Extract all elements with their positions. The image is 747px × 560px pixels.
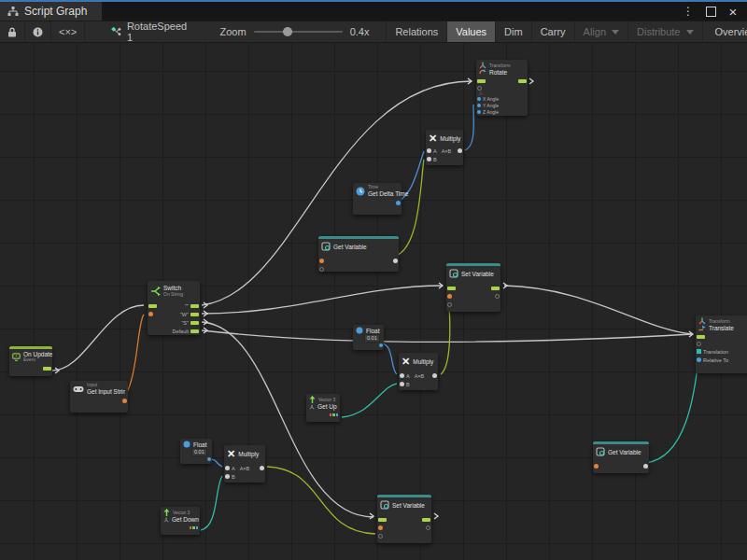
zoom-value: 0.4x — [350, 26, 370, 37]
carry-button[interactable]: Carry — [532, 21, 575, 42]
window-maximize-icon[interactable] — [704, 5, 717, 18]
window-menu-icon[interactable]: ⋮ — [682, 5, 695, 18]
graph-canvas[interactable]: On Update Event Input Get Input String — [0, 41, 747, 560]
tab-bar: Script Graph ⋮ × — [0, 0, 747, 21]
node-multiply-mid[interactable]: ✕ Multiply A A×B B — [399, 353, 438, 390]
tab-script-graph[interactable]: Script Graph — [0, 2, 102, 21]
node-get-input-string[interactable]: Input Get Input String — [70, 381, 128, 413]
port-name-input[interactable] — [319, 259, 324, 263]
breadcrumb-graph-name: RotateSpeed 1 — [127, 21, 189, 43]
port-value-output[interactable] — [495, 294, 500, 299]
port-seconds-output[interactable] — [396, 201, 401, 205]
port-relative-to-input[interactable] — [697, 357, 701, 362]
port-vector3-output[interactable] — [330, 413, 339, 416]
zoom-slider-handle[interactable] — [283, 27, 292, 36]
port-label-z-angle: Z Angle — [483, 109, 499, 115]
graph-breadcrumb[interactable]: RotateSpeed 1 — [102, 21, 197, 42]
port-x-angle-input[interactable] — [477, 97, 481, 101]
wire-onupdate-to-switch — [52, 305, 144, 371]
port-value-output[interactable] — [426, 525, 430, 530]
port-default-output[interactable] — [190, 329, 199, 333]
port-y-angle-input[interactable] — [477, 104, 481, 107]
node-get-variable-bottom[interactable]: Get Variable — [593, 441, 649, 473]
node-title: Float — [193, 441, 206, 448]
info-button[interactable] — [25, 21, 51, 42]
port-name-input[interactable] — [594, 464, 599, 469]
node-switch-on-string[interactable]: Switch On String "" "W" "S" Default — [148, 281, 200, 335]
port-target-input[interactable] — [697, 342, 701, 346]
relations-button[interactable]: Relations — [386, 21, 447, 42]
node-title: Set Variable — [461, 271, 494, 277]
zoom-slider[interactable] — [254, 31, 343, 33]
node-title: Rotate — [489, 69, 507, 76]
port-a-input[interactable] — [427, 148, 431, 153]
port-result-output[interactable] — [458, 148, 462, 153]
port-z-angle-input[interactable] — [477, 110, 481, 114]
node-rotate[interactable]: Transform Rotate X Angle — [476, 60, 528, 116]
align-dropdown[interactable]: Align — [575, 21, 628, 42]
port-translation-input[interactable] — [697, 349, 701, 354]
port-b-input[interactable] — [400, 382, 404, 386]
wire-getup-to-multiply-mid — [342, 384, 397, 417]
port-label-a: A — [232, 466, 235, 471]
node-get-up[interactable]: Vector 3 Get Up — [306, 394, 340, 422]
port-vector3-output[interactable] — [190, 526, 199, 529]
port-fallback-input[interactable] — [319, 267, 324, 272]
port-case-output[interactable] — [190, 321, 199, 325]
window-close-icon[interactable]: × — [726, 5, 740, 18]
port-control-output[interactable] — [43, 367, 51, 371]
node-title: Multiply — [440, 135, 460, 142]
port-case-output[interactable] — [190, 313, 199, 316]
port-a-input[interactable] — [225, 466, 230, 470]
port-selector-input[interactable] — [148, 312, 153, 316]
port-control-output[interactable] — [518, 79, 527, 83]
code-view-button[interactable]: <×> — [51, 21, 85, 42]
port-value-output[interactable] — [379, 343, 383, 347]
node-get-delta-time[interactable]: Time Get Delta Time — [353, 183, 402, 215]
port-control-input[interactable] — [477, 79, 486, 83]
port-string-output[interactable] — [122, 399, 127, 403]
port-b-input[interactable] — [225, 474, 230, 479]
port-b-input[interactable] — [427, 157, 431, 161]
node-float-bot[interactable]: Float 0.01 — [180, 439, 212, 464]
port-result-output[interactable] — [432, 373, 437, 378]
values-button[interactable]: Values — [447, 21, 496, 42]
port-name-input[interactable] — [378, 525, 383, 530]
port-control-input[interactable] — [378, 518, 387, 522]
port-control-input[interactable] — [447, 287, 456, 290]
node-on-update[interactable]: On Update Event — [9, 346, 52, 376]
lock-button[interactable] — [0, 21, 25, 42]
port-label-translation: Translation — [703, 349, 728, 355]
clock-icon — [356, 187, 365, 196]
port-value-output[interactable] — [393, 259, 398, 263]
port-control-output[interactable] — [491, 287, 500, 290]
overview-button[interactable]: Overview — [707, 21, 747, 42]
port-result-output[interactable] — [260, 466, 264, 470]
port-value-output[interactable] — [207, 457, 211, 461]
port-value-input[interactable] — [447, 302, 452, 307]
wire-switch-to-setvariable-bot — [202, 322, 374, 517]
port-name-input[interactable] — [447, 294, 452, 299]
port-value-input[interactable] — [378, 534, 383, 539]
node-multiply-bot[interactable]: ✕ Multiply A A×B B — [224, 445, 265, 483]
node-float-mid[interactable]: Float 0.01 — [353, 325, 384, 350]
port-a-input[interactable] — [400, 373, 404, 378]
wire-getvariable-to-translate — [646, 351, 699, 463]
port-control-input[interactable] — [148, 304, 157, 308]
transform-icon — [479, 62, 486, 69]
port-control-input[interactable] — [697, 335, 705, 339]
node-set-variable-mid[interactable]: Set Variable — [446, 263, 500, 312]
distribute-dropdown[interactable]: Distribute — [628, 21, 702, 42]
wire-multiply-to-setvariable-mid — [441, 306, 450, 374]
port-label-relative-to: Relative To — [703, 357, 728, 363]
node-translate[interactable]: Transform Translate Translation Relative… — [696, 315, 747, 373]
node-set-variable-bottom[interactable]: Set Variable — [377, 495, 431, 543]
chevron-down-icon — [686, 30, 694, 35]
port-case-output[interactable] — [190, 304, 199, 308]
port-control-output[interactable] — [422, 518, 430, 522]
node-multiply-top[interactable]: ✕ Multiply A A×B B — [426, 130, 463, 165]
node-get-variable-top[interactable]: Get Variable — [318, 236, 399, 272]
dim-button[interactable]: Dim — [496, 21, 532, 42]
port-value-output[interactable] — [643, 464, 648, 469]
node-get-down[interactable]: Vector 3 Get Down — [161, 507, 200, 535]
